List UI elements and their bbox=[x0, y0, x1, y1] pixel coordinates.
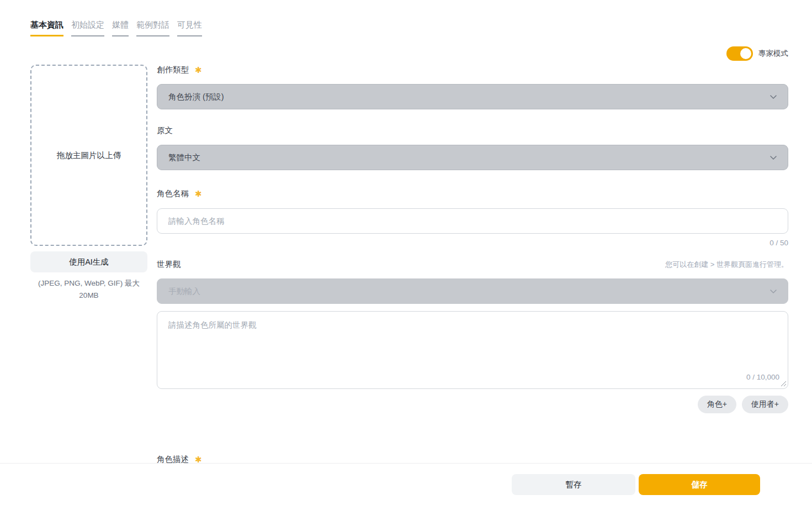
tab-example-dialogue[interactable]: 範例對話 bbox=[136, 20, 169, 36]
character-name-counter: 0 / 50 bbox=[157, 239, 788, 247]
worldview-label-row: 世界觀 bbox=[157, 259, 181, 270]
file-format-hint: (JPEG, PNG, WebP, GIF) 最大 20MB bbox=[30, 277, 147, 301]
tab-initial-settings[interactable]: 初始設定 bbox=[71, 20, 104, 36]
insert-user-tag-button[interactable]: 使用者+ bbox=[742, 396, 788, 413]
required-icon: ✱ bbox=[195, 190, 202, 198]
expert-mode-toggle[interactable] bbox=[726, 46, 753, 61]
creation-type-label: 創作類型 bbox=[157, 65, 189, 75]
insert-character-tag-button[interactable]: 角色+ bbox=[698, 396, 736, 413]
character-name-input[interactable] bbox=[157, 208, 788, 234]
original-language-value: 繁體中文 bbox=[168, 152, 200, 163]
main-image-dropzone[interactable]: 拖放主圖片以上傳 bbox=[30, 65, 147, 246]
tab-media[interactable]: 媒體 bbox=[112, 20, 129, 36]
required-icon: ✱ bbox=[195, 66, 202, 74]
creation-type-label-row: 創作類型 ✱ bbox=[157, 65, 788, 75]
dropzone-text: 拖放主圖片以上傳 bbox=[57, 150, 121, 161]
worldview-mode-select[interactable]: 手動輸入 bbox=[157, 278, 788, 304]
expert-mode-label: 專家模式 bbox=[758, 49, 788, 59]
character-name-label: 角色名稱 bbox=[157, 188, 189, 199]
worldview-header-row: 世界觀 您可以在創建 > 世界觀頁面進行管理。 bbox=[157, 259, 788, 270]
character-edit-page: 基本資訊 初始設定 媒體 範例對話 可見性 專家模式 拖放主圖片以上傳 使用AI… bbox=[0, 0, 812, 505]
insert-tag-row: 角色+ 使用者+ bbox=[157, 396, 788, 413]
original-language-select[interactable]: 繁體中文 bbox=[157, 145, 788, 170]
worldview-manage-hint: 您可以在創建 > 世界觀頁面進行管理。 bbox=[665, 260, 788, 270]
tab-bar: 基本資訊 初始設定 媒體 範例對話 可見性 bbox=[30, 20, 788, 36]
worldview-description-textarea[interactable] bbox=[157, 311, 788, 389]
worldview-label: 世界觀 bbox=[157, 259, 181, 270]
original-language-label: 原文 bbox=[157, 125, 173, 136]
character-name-label-row: 角色名稱 ✱ bbox=[157, 188, 788, 199]
chevron-down-icon bbox=[770, 156, 777, 160]
chevron-down-icon bbox=[770, 95, 777, 99]
tab-basic-info[interactable]: 基本資訊 bbox=[30, 20, 63, 36]
creation-type-value: 角色扮演 (預設) bbox=[168, 92, 224, 102]
required-icon: ✱ bbox=[195, 455, 202, 464]
tab-visibility[interactable]: 可見性 bbox=[177, 20, 202, 36]
worldview-mode-value: 手動輸入 bbox=[168, 286, 200, 297]
original-language-label-row: 原文 bbox=[157, 125, 788, 136]
footer-action-bar: 暫存 儲存 bbox=[0, 463, 812, 505]
worldview-textarea-wrap: 0 / 10,000 bbox=[157, 311, 788, 389]
save-draft-button[interactable]: 暫存 bbox=[512, 474, 635, 495]
ai-generate-button[interactable]: 使用AI生成 bbox=[30, 251, 147, 272]
toggle-knob bbox=[740, 48, 751, 59]
resize-handle-icon[interactable] bbox=[781, 381, 787, 387]
expert-mode-row: 專家模式 bbox=[30, 46, 788, 61]
creation-type-select[interactable]: 角色扮演 (預設) bbox=[157, 84, 788, 109]
chevron-down-icon bbox=[770, 290, 777, 294]
save-button[interactable]: 儲存 bbox=[639, 474, 760, 495]
